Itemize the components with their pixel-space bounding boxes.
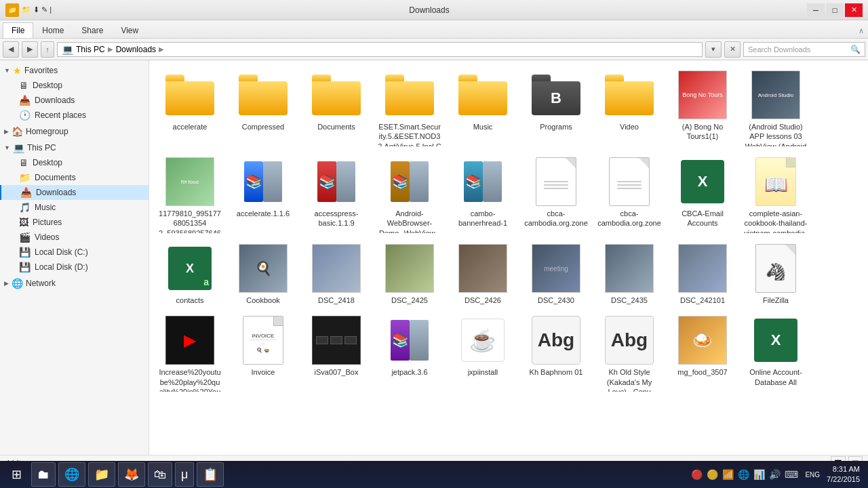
file-item[interactable]: 📚 accesspress-basic.1.1.9	[301, 152, 372, 237]
file-item[interactable]: Music	[448, 66, 518, 150]
file-item[interactable]: X a contacts	[155, 239, 225, 308]
maximize-button[interactable]: □	[826, 3, 844, 17]
file-item[interactable]: X CBCA-Email Accounts	[667, 152, 738, 237]
search-box[interactable]: Search Downloads 🔍	[743, 42, 865, 57]
tray-icon-2[interactable]: 🟡	[707, 469, 718, 480]
tab-view[interactable]: View	[112, 22, 147, 38]
sidebar-item-desktop[interactable]: 🖥 Desktop	[0, 155, 149, 170]
file-item[interactable]: DSC_242101	[667, 239, 738, 308]
network-icon: 🌐	[12, 278, 23, 289]
file-item[interactable]: cbca-cambodia.org.zone	[594, 152, 665, 237]
sidebar-item-pictures[interactable]: 🖼 Pictures	[0, 215, 149, 230]
file-item[interactable]: X Online Account-Database All	[741, 311, 811, 395]
file-item[interactable]: 🦓 FileZilla	[741, 239, 811, 308]
tray-icon-1[interactable]: 🔴	[691, 469, 703, 480]
start-button[interactable]: ⊞	[3, 462, 30, 487]
file-item[interactable]: 📚 accelerate.1.1.6	[228, 152, 298, 237]
sidebar-item-documents[interactable]: 📁 Documents	[0, 170, 149, 185]
file-item[interactable]: 📚 cambo-bannerhread-1	[448, 152, 518, 237]
file-name: cambo-bannerhread-1	[451, 209, 515, 228]
nav-forward-button[interactable]: ▶	[22, 41, 38, 58]
file-item[interactable]: DSC_2426	[448, 239, 518, 308]
close-button[interactable]: ✕	[845, 3, 863, 17]
file-item[interactable]: 📖 complete-asian-cookbook-thailand-vietn…	[741, 152, 811, 237]
sidebar-item-label: Local Disk (D:)	[35, 262, 88, 272]
sidebar-item-music[interactable]: 🎵 Music	[0, 200, 149, 215]
file-item[interactable]: 🍛 mg_food_3507	[667, 311, 738, 395]
font-icon: Abg	[532, 316, 580, 365]
path-downloads[interactable]: Downloads	[116, 45, 156, 54]
file-thumbnail	[458, 244, 507, 293]
file-item[interactable]: ▶ Increase%20youtube%20play%20quality%20…	[155, 311, 225, 395]
sidebar-item-recent[interactable]: 🕐 Recent places	[0, 108, 149, 123]
address-dropdown[interactable]: ▾	[705, 41, 722, 58]
file-item[interactable]: Documents	[301, 66, 372, 150]
desktop-icon: 🖥	[19, 80, 28, 91]
file-item[interactable]: accelerate	[155, 66, 225, 150]
file-item[interactable]: DSC_2418	[301, 239, 372, 308]
tray-icon-3[interactable]: 📶	[722, 469, 734, 480]
file-item[interactable]: Bong No Tours (A) Bong No Tours1(1)	[667, 66, 738, 150]
file-item[interactable]: meeting DSC_2430	[521, 239, 591, 308]
minimize-button[interactable]: ─	[807, 3, 825, 17]
sidebar-homegroup-header[interactable]: ▶ 🏠 Homegroup	[0, 124, 149, 139]
nav-up-button[interactable]: ↑	[41, 41, 54, 58]
address-close[interactable]: ✕	[724, 41, 741, 58]
window-title: Downloads	[52, 5, 807, 15]
system-clock[interactable]: 8:31 AM 7/22/2015	[827, 464, 860, 485]
file-item[interactable]: cbca-cambodia.org.zone	[521, 152, 591, 237]
file-item[interactable]: INVOICE ··· 🍳 🍲 Invoice	[228, 311, 298, 395]
sidebar-favorites-header[interactable]: ▼ ★ Favorites	[0, 63, 149, 78]
tab-file[interactable]: File	[3, 22, 33, 38]
utorrent-icon: μ	[181, 468, 188, 482]
taskbar-app-files[interactable]: 📁	[88, 462, 115, 487]
file-name: contacts	[176, 296, 204, 305]
taskbar-app-misc[interactable]: 📋	[197, 462, 224, 487]
sidebar-network-header[interactable]: ▶ 🌐 Network	[0, 276, 149, 291]
file-item[interactable]: DSC_2435	[594, 239, 665, 308]
file-thumbnail	[458, 70, 507, 119]
file-thumbnail	[239, 70, 288, 119]
file-item[interactable]: iSva007_Box	[301, 311, 372, 395]
file-item[interactable]: Video	[594, 66, 665, 150]
sidebar-item-disk-c[interactable]: 💾 Local Disk (C:)	[0, 245, 149, 260]
file-item[interactable]: 🍽 food 11779810_99517768051354 2_5935689…	[155, 152, 225, 237]
taskbar-app-store[interactable]: 🛍	[148, 462, 172, 487]
file-name: Online Account-Database All	[744, 367, 808, 387]
sidebar-thispc-header[interactable]: ▼ 💻 This PC	[0, 140, 149, 155]
tray-icon-5[interactable]: 🔊	[769, 469, 781, 480]
file-item[interactable]: Abg Kh Baphnom 01	[521, 311, 591, 395]
file-item[interactable]: ESET.Smart.Security.5.&ESET.NOD32.AntiVi…	[374, 66, 445, 150]
taskbar-app-ie[interactable]: 🌐	[58, 462, 85, 487]
file-item[interactable]: Abg Kh Old Style (Kakada's My Love) - Co…	[594, 311, 665, 395]
ribbon: File Home Share View ∧	[0, 20, 868, 39]
sidebar-item-downloads-fav[interactable]: 📥 Downloads	[0, 93, 149, 108]
file-item[interactable]: DSC_2425	[374, 239, 445, 308]
tab-home[interactable]: Home	[33, 22, 73, 38]
file-item[interactable]: 🍳 Cookbook	[228, 239, 298, 308]
sidebar-item-videos[interactable]: 🎬 Videos	[0, 230, 149, 245]
file-name: Programs	[540, 122, 572, 131]
file-item[interactable]: ☕ jxpiinstall	[448, 311, 518, 395]
sidebar-item-downloads[interactable]: 📥 Downloads	[0, 185, 149, 200]
file-item[interactable]: B Programs	[521, 66, 591, 150]
taskbar-app-firefox[interactable]: 🦊	[118, 462, 145, 487]
taskbar-app-explorer[interactable]: 🖿	[31, 462, 56, 487]
sidebar-item-desktop-fav[interactable]: 🖥 Desktop	[0, 78, 149, 93]
winrar-icon: 📚	[315, 160, 358, 203]
tab-share[interactable]: Share	[73, 22, 112, 38]
file-item[interactable]: 📚 Android-WebBrowser-Demo--WebView--mast…	[374, 152, 445, 237]
file-item[interactable]: 📚 jetpack.3.6	[374, 311, 445, 395]
windows-logo: ⊞	[12, 467, 22, 482]
ribbon-expand[interactable]: ∧	[854, 24, 868, 38]
sidebar-item-disk-d[interactable]: 💾 Local Disk (D:)	[0, 260, 149, 274]
tray-icon-6[interactable]: ⌨	[785, 469, 798, 480]
nav-back-button[interactable]: ◀	[3, 41, 19, 58]
taskbar-app-utorrent[interactable]: μ	[175, 462, 194, 487]
file-item[interactable]: Android Studio (Android Studio) APP less…	[741, 66, 811, 150]
tray-icon-4[interactable]: 📊	[753, 469, 765, 480]
address-path[interactable]: 💻 This PC ▶ Downloads ▶	[57, 42, 703, 57]
file-item[interactable]: Compressed	[228, 66, 298, 150]
tray-icon-network[interactable]: 🌐	[738, 469, 749, 480]
path-computer[interactable]: This PC	[76, 45, 105, 54]
